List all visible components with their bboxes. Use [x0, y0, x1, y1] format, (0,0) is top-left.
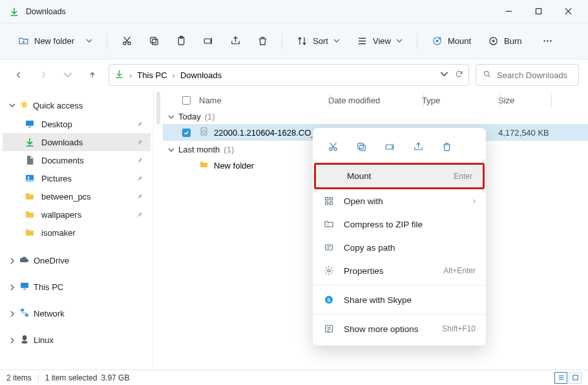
chevron-down-icon[interactable]	[440, 70, 448, 80]
quick-access-header[interactable]: Quick access	[3, 96, 151, 115]
paste-button[interactable]	[169, 31, 193, 52]
ctx-share-button[interactable]	[407, 137, 429, 156]
svg-text:S: S	[328, 297, 331, 303]
row-checkbox[interactable]	[182, 129, 199, 137]
ctx-rename-button[interactable]	[379, 137, 401, 156]
burn-label: Burn	[504, 36, 521, 46]
minimize-button[interactable]	[494, 0, 523, 23]
window-title: Downloads	[26, 7, 66, 16]
document-icon	[25, 155, 35, 165]
more-button[interactable]	[536, 31, 560, 52]
sidebar-item-label: Pictures	[41, 174, 72, 183]
delete-button[interactable]	[251, 31, 274, 52]
svg-rect-30	[25, 314, 28, 317]
svg-rect-42	[326, 202, 328, 204]
folder-icon	[25, 191, 35, 202]
column-size[interactable]: Size	[498, 96, 550, 105]
view-button[interactable]: View	[350, 32, 409, 50]
ctx-more-options[interactable]: Show more options Shift+F10	[313, 317, 486, 340]
column-name[interactable]: Name	[199, 96, 328, 105]
sidebar-item-downloads[interactable]: Downloads	[3, 133, 151, 151]
svg-rect-41	[330, 198, 332, 200]
svg-point-16	[439, 37, 441, 39]
sidebar-item-this-pc[interactable]: This PC	[3, 277, 151, 297]
sidebar-item-pictures[interactable]: Pictures	[3, 169, 151, 187]
close-button[interactable]	[553, 0, 583, 23]
maximize-button[interactable]	[523, 0, 553, 23]
sidebar-item-between-pcs[interactable]: between_pcs	[3, 187, 151, 205]
back-button[interactable]	[9, 65, 28, 85]
sort-button[interactable]: Sort	[290, 32, 346, 50]
sidebar-item-onedrive[interactable]: OneDrive	[3, 251, 151, 271]
linux-icon	[19, 334, 30, 346]
thumbnails-view-button[interactable]	[569, 372, 582, 384]
sidebar-item-isomaker[interactable]: isomaker	[3, 224, 151, 242]
status-bar: 2 items 1 item selected 3.97 GB	[0, 369, 588, 385]
sidebar-item-wallpapers[interactable]: wallpapers	[3, 205, 151, 224]
svg-rect-29	[21, 309, 24, 311]
ctx-copy-button[interactable]	[350, 137, 372, 156]
ctx-open-with[interactable]: Open with ›	[313, 189, 486, 213]
ctx-delete-button[interactable]	[436, 137, 457, 156]
sort-label: Sort	[313, 36, 328, 46]
download-icon	[25, 137, 35, 147]
share-button[interactable]	[224, 31, 247, 52]
rename-button[interactable]	[196, 31, 220, 52]
ctx-mount[interactable]: Mount Enter	[314, 163, 485, 189]
ctx-skype[interactable]: S Share with Skype	[313, 288, 486, 311]
location-icon	[114, 69, 124, 81]
sidebar-scrollbar[interactable]	[154, 90, 163, 369]
svg-rect-27	[21, 283, 28, 288]
sidebar-item-linux[interactable]: Linux	[3, 330, 151, 350]
group-label: Today	[178, 112, 201, 121]
column-date[interactable]: Date modified	[328, 96, 422, 105]
burn-button[interactable]: Burn	[481, 32, 528, 50]
separator	[38, 373, 39, 382]
breadcrumb-root[interactable]: This PC	[137, 70, 167, 80]
ctx-compress[interactable]: Compress to ZIP file	[313, 213, 486, 236]
sidebar-item-network[interactable]: Network	[3, 304, 151, 324]
cut-button[interactable]	[115, 31, 138, 52]
select-all-checkbox[interactable]	[182, 96, 199, 105]
ctx-properties[interactable]: Properties Alt+Enter	[313, 259, 486, 282]
ctx-copy-path[interactable]: Copy as path	[313, 236, 486, 259]
properties-icon	[323, 265, 335, 276]
svg-rect-37	[359, 145, 365, 151]
sidebar-item-label: This PC	[34, 282, 63, 292]
svg-rect-6	[152, 39, 158, 45]
refresh-button[interactable]	[455, 70, 463, 80]
svg-point-31	[23, 335, 27, 340]
up-button[interactable]	[83, 65, 102, 85]
forward-button[interactable]	[34, 65, 53, 85]
search-box[interactable]	[476, 64, 579, 86]
search-input[interactable]	[497, 70, 572, 80]
chevron-down-icon	[333, 36, 340, 46]
sidebar-item-desktop[interactable]: Desktop	[3, 115, 151, 133]
breadcrumb-current[interactable]: Downloads	[180, 70, 222, 80]
ctx-shortcut: Shift+F10	[442, 324, 476, 333]
svg-point-15	[436, 40, 438, 42]
skype-icon: S	[323, 295, 335, 305]
recent-dropdown[interactable]	[58, 65, 78, 85]
svg-point-26	[28, 176, 30, 178]
sidebar-item-label: Desktop	[41, 120, 72, 129]
column-headers[interactable]: Name Date modified Type Size	[163, 90, 588, 108]
svg-point-34	[202, 130, 205, 134]
view-switcher	[554, 372, 582, 384]
copy-button[interactable]	[142, 31, 165, 52]
svg-point-18	[492, 40, 494, 42]
group-today[interactable]: Today (1)	[163, 108, 588, 124]
address-bar[interactable]: › This PC › Downloads	[109, 64, 469, 86]
details-view-button[interactable]	[554, 372, 567, 384]
chevron-down-icon	[86, 36, 92, 46]
sidebar-item-label: Linux	[34, 335, 54, 345]
sidebar-item-label: Documents	[41, 156, 84, 165]
svg-point-20	[547, 40, 548, 41]
sidebar-item-documents[interactable]: Documents	[3, 151, 151, 169]
svg-rect-28	[23, 289, 26, 289]
column-type[interactable]: Type	[422, 96, 498, 105]
ctx-cut-button[interactable]	[322, 137, 344, 156]
new-folder-button[interactable]: New folder	[12, 32, 99, 50]
mount-button[interactable]: Mount	[425, 32, 478, 50]
ctx-shortcut: Enter	[454, 172, 472, 181]
